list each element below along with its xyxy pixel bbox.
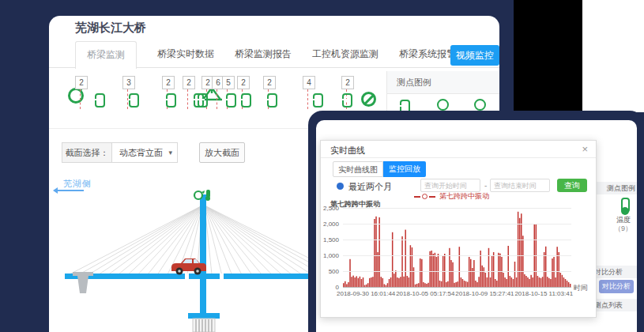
compare-analysis-button[interactable]: 对比分析 [599, 280, 634, 293]
sensor-drop-line [307, 89, 308, 109]
sensor-drop-line [80, 89, 81, 109]
x-tick-label: 2018-10-05 05:17:54 [396, 290, 459, 297]
gridline [343, 208, 571, 209]
tab-item-0[interactable]: 桥梁实时数据 [157, 41, 214, 66]
legend-marker-icon [422, 194, 427, 199]
temperature-count: （9） [614, 224, 632, 234]
radio-label: 最近两个月 [348, 181, 392, 193]
chevron-down-icon: ▾ [168, 143, 172, 162]
chart-bars [343, 208, 571, 287]
legend-line-icon [429, 196, 435, 198]
range-separator: - [484, 181, 487, 190]
chart-legend[interactable]: 第七跨跨中振动 [414, 191, 489, 202]
video-monitor-button[interactable]: 视频监控 [450, 45, 499, 66]
tab-item-1[interactable]: 桥梁监测报告 [235, 41, 292, 66]
legend-line-icon [414, 196, 420, 198]
link-sensor-icon[interactable] [313, 93, 323, 108]
dialog-header: 实时曲线 × [321, 141, 596, 158]
link-sensor-icon[interactable] [198, 93, 208, 108]
sensor-drop-line [217, 89, 217, 109]
realtime-curve-dialog: 实时曲线 × 实时曲线图 监控回放 最近两个月 - 查询 第七跨跨中振动 第七跨… [320, 140, 597, 318]
section-select-dropdown[interactable]: 动态背立面 ▾ [111, 142, 178, 163]
sensor-count-badge: 2 [237, 76, 250, 89]
tower-base-column [193, 319, 215, 332]
tab-bridge-monitor[interactable]: 桥梁监测 [75, 41, 137, 69]
link-sensor-icon[interactable] [241, 93, 251, 108]
y-tick-label: 2,500 [315, 205, 339, 212]
sensor-drop-line [187, 89, 188, 109]
y-tick-label: 500 [315, 268, 339, 275]
bridge-tower [200, 194, 206, 313]
sensor-drop-line [127, 89, 128, 109]
x-tick-label: 2018-10-15 11:03:41 [514, 290, 578, 297]
sensor-count-badge: 2 [75, 76, 88, 89]
sensor-count-badge: 4 [303, 76, 315, 89]
section-select-value: 动态背立面 [119, 148, 163, 157]
legend-panel-header: 测点图例 [387, 71, 499, 94]
gridline [343, 240, 571, 240]
sensor-count-badge: 2 [263, 76, 276, 89]
legend-circle-icon [437, 99, 449, 111]
thermometer-icon[interactable] [621, 198, 630, 213]
sensor-count-badge: 2 [341, 76, 354, 89]
legend-panel-title: 测点图例 [397, 77, 431, 89]
x-tick-label: 2018-10-09 15:27:41 [455, 290, 518, 297]
zoom-section-button[interactable]: 放大截面 [199, 142, 245, 163]
tab-item-2[interactable]: 工控机资源监测 [312, 41, 378, 66]
link-sensor-icon[interactable] [342, 93, 352, 108]
section-select-label: 截面选择： [62, 142, 112, 163]
legend-series-label: 第七跨跨中振动 [439, 191, 489, 202]
no-entry-sensor-icon[interactable] [361, 92, 376, 107]
recent-two-months-radio[interactable] [337, 183, 344, 190]
speedometer-sensor-icon[interactable] [68, 88, 84, 104]
y-tick-label: 2,000 [315, 221, 339, 228]
chart-plot-area [343, 208, 571, 288]
sensor-count-badge: 5 [222, 76, 235, 89]
sensor-count-badge: 2 [162, 76, 175, 89]
dialog-title: 实时曲线 [330, 145, 365, 157]
gridline [343, 224, 571, 224]
legend-circle-icon [474, 99, 486, 111]
query-button[interactable]: 查询 [557, 179, 587, 192]
tab-monitor-playback[interactable]: 监控回放 [383, 161, 426, 177]
link-sensor-icon[interactable] [95, 93, 105, 108]
tab-item-3[interactable]: 桥梁系统报警 [399, 41, 456, 66]
bridge-left-pier [73, 272, 93, 293]
y-tick-label: 1,000 [315, 252, 339, 259]
query-end-time-input[interactable] [490, 179, 550, 192]
tab-list: 桥梁监测 桥梁实时数据桥梁监测报告工控机资源监测桥梁系统报警 [75, 41, 456, 69]
sensor-count-badge: 2 [183, 76, 195, 89]
link-sensor-icon[interactable] [129, 93, 139, 108]
y-tick-label: 0 [315, 284, 339, 291]
bridge-side-label: 芜湖侧 [63, 178, 92, 190]
link-sensor-icon[interactable] [226, 93, 236, 108]
link-sensor-icon[interactable] [166, 93, 176, 108]
sensor-count-badge: 3 [122, 76, 135, 89]
close-icon[interactable]: × [582, 143, 588, 155]
y-tick-label: 1,500 [315, 236, 339, 243]
query-start-time-input[interactable] [420, 179, 480, 192]
gridline [343, 271, 571, 272]
link-sensor-icon[interactable] [267, 93, 277, 108]
x-tick-label: 2018-09-30 16:01:44 [337, 290, 400, 297]
tab-realtime-curve[interactable]: 实时曲线图 [333, 161, 383, 177]
gridline [343, 255, 571, 256]
